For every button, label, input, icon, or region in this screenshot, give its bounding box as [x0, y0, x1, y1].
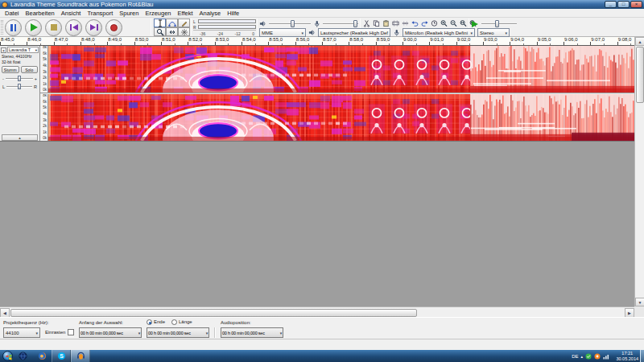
- tray-expand-icon[interactable]: ▴: [580, 354, 583, 359]
- show-desktop-button[interactable]: [640, 350, 644, 362]
- mute-button[interactable]: Stumm: [2, 66, 19, 73]
- edit-toolbar: [362, 19, 477, 28]
- timeline-minor-tick: [255, 43, 256, 45]
- input-channels-select[interactable]: Stereo▾: [477, 28, 510, 37]
- freq-label: 5k: [43, 58, 47, 62]
- skip-to-end-button[interactable]: [85, 19, 102, 36]
- zoom-out-button[interactable]: [449, 19, 458, 28]
- play-at-speed-icon[interactable]: [472, 21, 478, 27]
- track-collapse-button[interactable]: ▴: [2, 134, 38, 141]
- pan-thumb[interactable]: [18, 84, 21, 89]
- taskbar-clock[interactable]: 17:21 30.05.2014: [616, 351, 638, 362]
- undo-button[interactable]: [411, 19, 419, 28]
- taskbar-item-firefox[interactable]: [32, 350, 52, 362]
- spectrogram-right-channel[interactable]: [48, 94, 634, 141]
- network-icon[interactable]: [603, 353, 610, 360]
- timeline-tick: [510, 42, 510, 45]
- menu-item-spuren[interactable]: Spuren: [116, 10, 142, 17]
- zoom-tool-button[interactable]: [154, 27, 166, 36]
- play-speed-thumb[interactable]: [495, 20, 499, 27]
- silence-button[interactable]: [401, 19, 410, 28]
- timeline-ruler[interactable]: 8:45,08:46,08:47,08:48,08:49,08:50,08:51…: [0, 37, 634, 46]
- timeline-label: 9:03,0: [484, 37, 497, 42]
- taskbar-item-audacity[interactable]: [71, 350, 90, 362]
- timeshift-tool-button[interactable]: [166, 27, 178, 36]
- zoom-in-button[interactable]: [440, 19, 448, 28]
- record-meter-right[interactable]: [198, 25, 256, 29]
- trim-button[interactable]: [391, 19, 400, 28]
- sync-lock-button[interactable]: [430, 19, 439, 28]
- meter-toolbar[interactable]: L R -36-24-120: [193, 19, 256, 36]
- record-meter-left[interactable]: [198, 19, 256, 23]
- pan-slider[interactable]: [6, 86, 32, 88]
- draw-tool-button[interactable]: [178, 19, 190, 27]
- audio-position-field[interactable]: 00 h 00 min 00,000 sec ▾: [221, 327, 283, 338]
- spectrogram-left-channel[interactable]: [48, 46, 634, 93]
- selection-start-field[interactable]: 00 h 00 min 00,000 sec ▾: [79, 327, 142, 338]
- end-radio[interactable]: [147, 319, 152, 325]
- selection-end-field[interactable]: 00 h 00 min 00,000 sec ▾: [147, 327, 209, 338]
- stop-button[interactable]: [45, 19, 62, 36]
- menu-item-transport[interactable]: Transport: [84, 10, 116, 17]
- tray-icon-green[interactable]: [585, 353, 592, 360]
- taskbar-item-browser[interactable]: [13, 350, 32, 362]
- maximize-button[interactable]: □: [617, 1, 630, 8]
- copy-button[interactable]: [372, 19, 381, 28]
- skip-to-start-button[interactable]: [65, 19, 82, 36]
- solo-button[interactable]: Solo: [21, 66, 39, 73]
- minimize-button[interactable]: _: [605, 1, 617, 8]
- toolbar-grip[interactable]: [1, 20, 3, 35]
- gain-slider[interactable]: [6, 78, 33, 80]
- multi-tool-button[interactable]: [178, 27, 190, 36]
- gain-thumb[interactable]: [18, 76, 21, 81]
- pause-button[interactable]: [5, 19, 22, 36]
- envelope-tool-button[interactable]: [166, 19, 178, 27]
- frequency-ruler-left-channel[interactable]: 8k6k5k4k3k2k1k0k: [40, 46, 48, 93]
- taskbar-item-skype[interactable]: S: [52, 350, 71, 362]
- end-length-radiogroup: Ende Länge: [147, 319, 192, 325]
- frequency-ruler-right-channel[interactable]: 8k6k5k4k3k2k1k0k: [40, 94, 48, 141]
- scroll-up-arrow[interactable]: ▲: [635, 37, 644, 46]
- timeline-tick: [134, 42, 135, 45]
- play-button[interactable]: [25, 19, 42, 36]
- title-bar: Lavandia Theme Soundtrack aus Pokemon Ro…: [0, 0, 644, 9]
- input-volume-slider[interactable]: [323, 23, 358, 25]
- timeline-tick: [161, 42, 162, 45]
- close-button[interactable]: ×: [630, 1, 642, 8]
- menu-item-bearbeiten[interactable]: Bearbeiten: [23, 10, 58, 17]
- selection-tool-button[interactable]: [154, 19, 166, 27]
- track-name-menu[interactable]: Lavandia T ▾: [7, 47, 39, 53]
- play-speed-slider[interactable]: [481, 23, 517, 25]
- redo-button[interactable]: [420, 19, 429, 28]
- tray-icon-orange[interactable]: [594, 353, 601, 360]
- svg-text:S: S: [60, 353, 64, 359]
- horizontal-scrollbar[interactable]: ◀ ▶: [0, 306, 634, 317]
- audio-host-select[interactable]: MME▾: [259, 28, 306, 37]
- menu-item-analyse[interactable]: Analyse: [196, 10, 225, 17]
- output-volume-slider[interactable]: [269, 23, 311, 25]
- paste-button[interactable]: [382, 19, 390, 28]
- record-button[interactable]: [105, 19, 122, 36]
- input-volume-thumb[interactable]: [353, 20, 357, 27]
- horizontal-scroll-thumb[interactable]: [10, 309, 417, 317]
- scroll-down-arrow[interactable]: ▼: [635, 298, 644, 306]
- output-volume-thumb[interactable]: [291, 20, 295, 27]
- project-rate-select[interactable]: 44100 ▾: [3, 327, 40, 338]
- selection-toolbar: Projektfrequenz (Hz): 44100 ▾ Einrasten …: [0, 317, 644, 339]
- start-button[interactable]: [2, 351, 13, 361]
- language-indicator[interactable]: DE: [572, 354, 578, 359]
- vertical-scrollbar[interactable]: ▲ ▼: [634, 37, 644, 306]
- fit-selection-button[interactable]: [459, 19, 468, 28]
- vertical-scroll-thumb[interactable]: [636, 47, 644, 103]
- cut-button[interactable]: [362, 19, 371, 28]
- menu-item-effekt[interactable]: Effekt: [175, 10, 196, 17]
- menu-item-datei[interactable]: Datei: [2, 10, 23, 17]
- snap-checkbox[interactable]: [68, 329, 74, 335]
- input-device-select[interactable]: Mikrofon (Realtek High Defini▾: [402, 28, 475, 37]
- length-radio[interactable]: [171, 319, 177, 325]
- menu-item-hilfe[interactable]: Hilfe: [224, 10, 242, 17]
- track-close-button[interactable]: ×: [1, 47, 6, 53]
- menu-item-erzeugen[interactable]: Erzeugen: [142, 10, 174, 17]
- output-device-select[interactable]: Lautsprecher (Realtek High Def▾: [318, 28, 390, 37]
- menu-item-ansicht[interactable]: Ansicht: [58, 10, 85, 17]
